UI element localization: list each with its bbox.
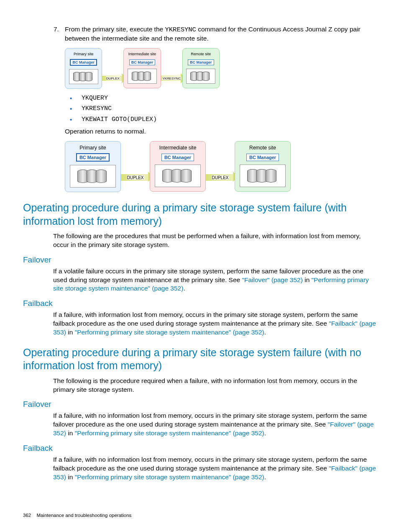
subsection-failover: Failover xyxy=(23,400,376,409)
text: If a failure, with no information lost f… xyxy=(53,456,367,472)
operation-returns-text: Operation returns to normal. xyxy=(65,127,376,136)
text: . xyxy=(183,285,185,292)
command-item: YKQUERY xyxy=(70,93,376,104)
diagram-duplex-normal: Primary site BC Manager DUPLEX Intermedi… xyxy=(65,141,291,192)
bc-manager-box: BC Manager xyxy=(129,59,156,65)
chapter-title: Maintenance and troubleshooting operatio… xyxy=(36,513,131,518)
text: in xyxy=(66,473,75,481)
site-primary: Primary site BC Manager xyxy=(65,48,102,89)
failover-text: If a failure, with no information lost f… xyxy=(53,411,376,438)
failover-text: If a volatile failure occurs in the prim… xyxy=(53,267,376,293)
step-number: 7. xyxy=(54,25,59,34)
text: From the primary site, execute the xyxy=(65,26,165,33)
subsection-failback: Failback xyxy=(23,299,376,308)
subsection-failover: Failover xyxy=(23,255,376,265)
failback-text: If a failure, with information lost from… xyxy=(53,311,376,337)
text: in xyxy=(66,329,75,336)
storage-device xyxy=(128,69,157,84)
arrow-duplex: DUPLEX xyxy=(106,75,119,82)
section-heading-info-lost: Operating procedure during a primary sit… xyxy=(23,201,376,228)
section-intro: The following are the procedures that mu… xyxy=(53,232,376,249)
text: . xyxy=(264,429,266,437)
inline-command: YKRESYNC xyxy=(165,26,196,33)
command-list: YKQUERY YKRESYNC YKEWAIT GOTO(DUPLEX) xyxy=(70,93,376,125)
site-label: Remote site xyxy=(186,52,216,56)
site-label: Primary site xyxy=(69,145,117,151)
link-maintenance-352[interactable]: "Performing primary site storage system … xyxy=(75,429,264,437)
arrow-label: DUPLEX xyxy=(126,175,144,180)
site-remote: Remote site BC Manager xyxy=(182,48,220,88)
text: in xyxy=(66,429,75,437)
site-label: Intermediate site xyxy=(127,52,157,56)
step-text: From the primary site, execute the YKRES… xyxy=(65,25,376,43)
site-intermediate: Intermediate site BC Manager xyxy=(150,141,206,192)
arrow-duplex: DUPLEX xyxy=(125,173,146,182)
text: If a failure, with no information lost f… xyxy=(53,412,367,428)
text: in xyxy=(303,276,312,283)
site-intermediate: Intermediate site BC Manager xyxy=(123,48,161,88)
site-label: Primary site xyxy=(69,52,98,56)
command-item: YKEWAIT GOTO(DUPLEX) xyxy=(70,114,376,125)
arrow-ykresync: YKRESYNC xyxy=(165,75,178,82)
text: . xyxy=(264,329,266,336)
text: . xyxy=(264,473,266,481)
bc-manager-box: BC Manager xyxy=(76,153,110,162)
storage-device xyxy=(240,164,286,187)
arrow-duplex: DUPLEX xyxy=(210,173,230,182)
bc-manager-box: BC Manager xyxy=(246,154,279,161)
arrow-label: DUPLEX xyxy=(212,175,229,180)
link-maintenance-352[interactable]: "Performing primary site storage system … xyxy=(75,329,264,336)
arrow-label: YKRESYNC xyxy=(162,76,181,80)
bc-manager-box: BC Manager xyxy=(70,59,97,66)
link-maintenance-352[interactable]: "Performing primary site storage system … xyxy=(75,473,264,481)
failback-text: If a failure, with no information lost f… xyxy=(53,455,376,482)
command-item: YKRESYNC xyxy=(70,103,376,114)
site-label: Intermediate site xyxy=(153,145,202,151)
diagram-ykresync: Primary site BC Manager DUPLEX Intermedi… xyxy=(65,48,220,89)
bc-manager-box: BC Manager xyxy=(188,59,214,65)
site-primary: Primary site BC Manager xyxy=(65,141,121,192)
storage-device xyxy=(69,69,98,84)
link-failover-352[interactable]: "Failover" (page 352) xyxy=(242,276,302,283)
subsection-failback: Failback xyxy=(23,444,376,453)
storage-device xyxy=(186,69,215,84)
page-number: 362 xyxy=(23,513,31,518)
step-item: 7. From the primary site, execute the YK… xyxy=(23,25,376,43)
site-label: Remote site xyxy=(238,145,287,151)
section-intro: The following is the procedure required … xyxy=(53,377,376,394)
page-footer: 362 Maintenance and troubleshooting oper… xyxy=(23,513,131,518)
arrow-label: DUPLEX xyxy=(106,76,120,80)
text: If a failure, with information lost from… xyxy=(53,311,358,327)
storage-device xyxy=(70,165,116,188)
site-remote: Remote site BC Manager xyxy=(235,141,291,192)
section-heading-no-info-lost: Operating procedure during a primary sit… xyxy=(23,346,376,373)
bc-manager-box: BC Manager xyxy=(161,154,194,161)
storage-device xyxy=(155,164,201,187)
